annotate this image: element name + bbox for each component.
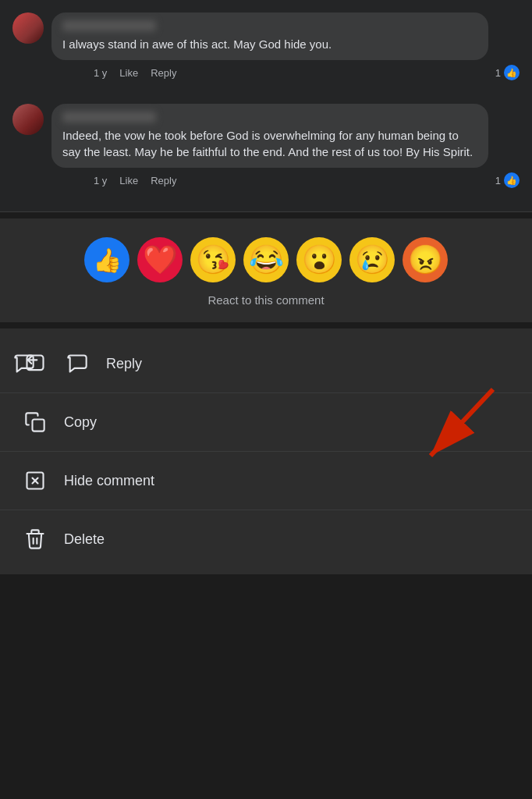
reply-label: Reply xyxy=(106,356,142,372)
like-number: 1 xyxy=(495,175,501,186)
like-number: 1 xyxy=(495,67,501,79)
copy-label: Copy xyxy=(64,414,97,431)
copy-menu-item[interactable]: Copy xyxy=(0,393,532,452)
comment-item: Indeed, the vow he took before God is ov… xyxy=(12,104,520,199)
comment-time: 1 y xyxy=(94,175,107,186)
reaction-angry[interactable]: 😠 xyxy=(403,237,448,282)
svg-rect-2 xyxy=(33,420,44,431)
avatar xyxy=(12,104,44,135)
copy-icon xyxy=(22,409,48,435)
like-count: 1 👍 xyxy=(495,172,520,188)
avatar xyxy=(12,12,44,44)
comment-bubble: I always stand in awe of this act. May G… xyxy=(51,12,488,60)
reaction-love[interactable]: ❤️ xyxy=(137,237,183,282)
like-count: 1 👍 xyxy=(495,65,520,80)
reaction-label: React to this comment xyxy=(207,293,324,307)
hide-comment-menu-item[interactable]: Hide comment xyxy=(0,452,532,510)
sad-icon: 😢 xyxy=(355,243,390,276)
like-action[interactable]: Like xyxy=(119,175,138,186)
reply-action[interactable]: Reply xyxy=(151,175,176,186)
comment-username xyxy=(62,20,156,31)
reaction-wow[interactable]: 😂 xyxy=(243,237,289,282)
comment-actions: 1 y Like Reply 1 👍 xyxy=(51,60,520,85)
reaction-haha[interactable]: 😘 xyxy=(190,237,236,282)
comments-section: I always stand in awe of this act. May G… xyxy=(0,0,532,212)
comment-username xyxy=(62,112,156,123)
delete-icon xyxy=(22,526,48,552)
reply-icon xyxy=(22,350,48,377)
hide-icon xyxy=(22,467,48,494)
like-badge-icon: 👍 xyxy=(504,172,520,188)
comment-time: 1 y xyxy=(94,67,107,79)
angry-icon: 😠 xyxy=(408,243,443,276)
haha-icon: 😘 xyxy=(196,243,231,276)
surprised-icon: 😮 xyxy=(302,243,337,276)
like-action[interactable]: Like xyxy=(119,67,138,79)
divider xyxy=(0,322,532,328)
comment-text: I always stand in awe of this act. May G… xyxy=(62,36,477,52)
like-icon: 👍 xyxy=(93,247,122,274)
reaction-section: 👍 ❤️ 😘 😂 😮 😢 😠 React to this comment xyxy=(0,218,532,322)
divider xyxy=(0,212,532,218)
like-badge-icon: 👍 xyxy=(504,65,520,80)
comment-text: Indeed, the vow he took before God is ov… xyxy=(62,127,477,160)
menu-section: Reply Copy Hide comment xyxy=(0,328,532,574)
reaction-like[interactable]: 👍 xyxy=(84,237,129,282)
wow-icon: 😂 xyxy=(249,243,284,276)
reaction-emojis-row: 👍 ❤️ 😘 😂 😮 😢 😠 xyxy=(84,237,448,282)
comment-item: I always stand in awe of this act. May G… xyxy=(12,12,520,91)
love-icon: ❤️ xyxy=(143,243,178,276)
hide-comment-label: Hide comment xyxy=(64,473,154,489)
comment-bubble: Indeed, the vow he took before God is ov… xyxy=(51,104,488,168)
reply-action[interactable]: Reply xyxy=(151,67,176,79)
reply-icon-bubble xyxy=(64,350,90,377)
delete-menu-item[interactable]: Delete xyxy=(0,510,532,568)
reaction-surprised[interactable]: 😮 xyxy=(296,237,342,282)
reply-menu-item[interactable]: Reply xyxy=(0,335,532,393)
reaction-sad[interactable]: 😢 xyxy=(349,237,395,282)
comment-actions: 1 y Like Reply 1 👍 xyxy=(51,168,520,193)
delete-label: Delete xyxy=(64,531,105,548)
